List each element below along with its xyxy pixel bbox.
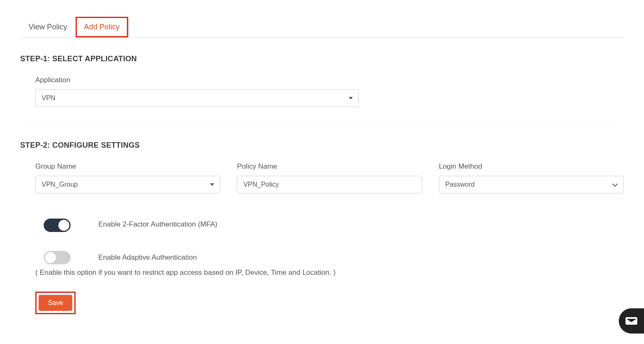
adaptive-label: Enable Adaptive Authentication bbox=[98, 252, 197, 263]
toggle-knob bbox=[45, 252, 56, 263]
application-label: Application bbox=[35, 76, 624, 84]
application-select[interactable]: VPN bbox=[35, 89, 359, 107]
divider bbox=[29, 124, 615, 124]
chat-widget[interactable] bbox=[619, 308, 644, 334]
policy-name-input[interactable] bbox=[237, 176, 422, 193]
step2-heading: STEP-2: CONFIGURE SETTINGS bbox=[20, 141, 624, 150]
mfa-toggle[interactable] bbox=[44, 219, 71, 232]
save-button-highlight: Save bbox=[35, 292, 76, 314]
login-method-value: Password bbox=[445, 181, 475, 188]
step1-heading: STEP-1: SELECT APPLICATION bbox=[20, 55, 624, 63]
group-name-value: VPN_Group bbox=[42, 181, 78, 188]
mail-icon bbox=[626, 317, 637, 325]
caret-down-icon bbox=[210, 183, 214, 186]
save-button[interactable]: Save bbox=[39, 295, 72, 311]
tab-add-policy[interactable]: Add Policy bbox=[76, 17, 128, 37]
group-name-select[interactable]: VPN_Group bbox=[35, 176, 220, 193]
tab-view-policy[interactable]: View Policy bbox=[20, 17, 76, 37]
caret-down-icon bbox=[349, 97, 353, 99]
login-method-label: Login Method bbox=[439, 162, 624, 171]
login-method-select[interactable]: Password bbox=[439, 176, 624, 193]
chevron-down-icon bbox=[612, 181, 618, 188]
mfa-label: Enable 2-Factor Authentication (MFA) bbox=[98, 219, 217, 230]
adaptive-description: ( Enable this option if you want to rest… bbox=[35, 264, 624, 281]
policy-tabs: View Policy Add Policy bbox=[20, 17, 624, 38]
application-value: VPN bbox=[42, 94, 55, 102]
group-name-label: Group Name bbox=[35, 162, 220, 171]
policy-name-label: Policy Name bbox=[237, 162, 422, 171]
toggle-knob bbox=[58, 220, 69, 231]
adaptive-toggle[interactable] bbox=[44, 251, 71, 264]
